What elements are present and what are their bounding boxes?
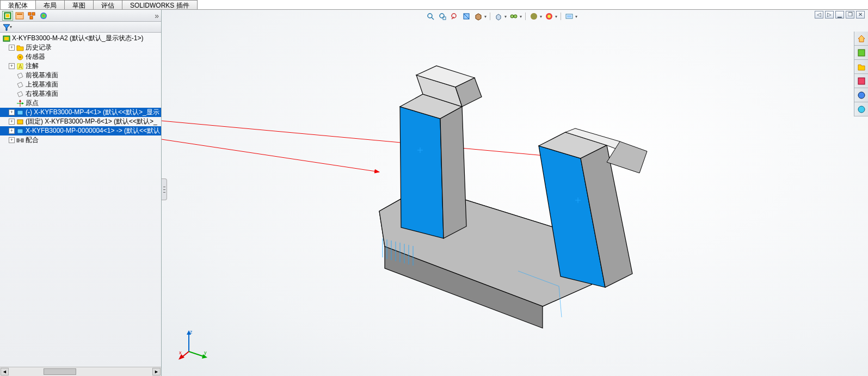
taskpane-appearances-icon[interactable] bbox=[854, 88, 868, 102]
svg-rect-5 bbox=[28, 13, 31, 15]
panel-tab-config-icon[interactable] bbox=[26, 11, 37, 21]
view-orientation-icon[interactable] bbox=[494, 11, 503, 21]
tree-origin[interactable]: 原点 bbox=[0, 98, 161, 108]
sensor-icon bbox=[16, 53, 24, 61]
dropdown-icon[interactable]: ▾ bbox=[484, 14, 487, 19]
taskpane-view-palette-icon[interactable] bbox=[854, 74, 868, 88]
tree-part-3[interactable]: + X-KYFB3000-MP-0000004<1> -> (默认<<默认 bbox=[0, 126, 161, 135]
expand-icon[interactable]: + bbox=[9, 109, 15, 115]
tab-sw-addins[interactable]: SOLIDWORKS 插件 bbox=[122, 0, 198, 9]
dropdown-icon[interactable]: ▾ bbox=[520, 14, 522, 19]
expand-icon[interactable]: + bbox=[9, 119, 15, 125]
panel-tab-appearance-icon[interactable] bbox=[38, 11, 49, 21]
tree-plane-top[interactable]: 上视基准面 bbox=[0, 80, 161, 89]
svg-point-38 bbox=[510, 15, 514, 18]
hide-show-icon[interactable] bbox=[509, 11, 519, 21]
tab-sketch[interactable]: 草图 bbox=[64, 0, 94, 9]
zoom-area-icon[interactable] bbox=[438, 11, 447, 21]
panel-tab-feature-tree-icon[interactable] bbox=[2, 11, 13, 21]
win-close-icon[interactable]: ✕ bbox=[856, 11, 865, 19]
expand-icon[interactable]: + bbox=[9, 45, 15, 51]
svg-rect-2 bbox=[6, 14, 9, 17]
taskpane-custom-props-icon[interactable] bbox=[854, 102, 868, 116]
tree-label: (固定) X-KYFB3000-MP-6<1> (默认<<默认>_ bbox=[26, 117, 157, 126]
axis-y-label: y bbox=[204, 350, 207, 355]
tree-part-1[interactable]: + (-) X-KYFB3000-MP-4<1> (默认<<默认>_显示 bbox=[0, 108, 161, 117]
scroll-left-icon[interactable]: ◄ bbox=[1, 368, 9, 375]
apply-scene-icon[interactable] bbox=[544, 11, 554, 21]
scroll-right-icon[interactable]: ► bbox=[152, 368, 161, 375]
tree-part-2[interactable]: + (固定) X-KYFB3000-MP-6<1> (默认<<默认>_ bbox=[0, 117, 161, 126]
tree-horizontal-scrollbar[interactable]: ◄ ► bbox=[0, 367, 161, 376]
svg-rect-7 bbox=[30, 16, 33, 19]
win-detach-icon[interactable]: ▷ bbox=[825, 11, 834, 19]
svg-text:A: A bbox=[19, 64, 22, 70]
expand-icon[interactable]: + bbox=[9, 128, 15, 134]
edit-appearance-icon[interactable] bbox=[529, 11, 539, 21]
svg-marker-21 bbox=[19, 100, 21, 102]
tree-plane-right[interactable]: 右视基准面 bbox=[0, 89, 161, 98]
tree-root-label: X-KYFB3000-M-A2 (默认<默认_显示状态-1>) bbox=[12, 34, 143, 43]
prev-view-icon[interactable] bbox=[450, 11, 459, 21]
part-icon bbox=[16, 118, 24, 126]
tree-mates[interactable]: + 配合 bbox=[0, 135, 161, 145]
taskpane-resources-icon[interactable] bbox=[854, 46, 868, 60]
dropdown-icon[interactable]: ▾ bbox=[555, 14, 557, 19]
tree-label: 上视基准面 bbox=[26, 80, 58, 89]
feature-tree: X-KYFB3000-M-A2 (默认<默认_显示状态-1>) + 历史记录 传… bbox=[0, 33, 161, 367]
expand-icon[interactable]: + bbox=[9, 137, 15, 143]
axis-x-label: x bbox=[179, 350, 182, 355]
svg-rect-26 bbox=[17, 139, 19, 142]
zoom-fit-icon[interactable] bbox=[426, 11, 435, 21]
svg-rect-23 bbox=[17, 110, 23, 115]
svg-point-8 bbox=[40, 13, 47, 19]
tree-annotations[interactable]: + A 注解 bbox=[0, 61, 161, 71]
svg-rect-25 bbox=[17, 129, 23, 133]
filter-dropdown-icon[interactable]: ▾ bbox=[10, 24, 12, 29]
svg-line-53 bbox=[162, 139, 379, 172]
expand-icon[interactable]: + bbox=[9, 63, 15, 69]
win-minimize-icon[interactable]: ▁ bbox=[835, 11, 844, 19]
dropdown-icon[interactable]: ▾ bbox=[540, 14, 542, 19]
tree-label: 原点 bbox=[26, 98, 39, 108]
tree-plane-front[interactable]: 前视基准面 bbox=[0, 71, 161, 80]
svg-marker-46 bbox=[858, 35, 865, 42]
panel-collapse-chevron-icon[interactable]: » bbox=[155, 11, 159, 20]
graphics-viewport[interactable]: ▾ ▾ ▾ ▾ ▾ ▾ ◁ ▷ ▁ ❐ ✕ bbox=[162, 10, 868, 376]
tree-root[interactable]: X-KYFB3000-M-A2 (默认<默认_显示状态-1>) bbox=[0, 34, 161, 43]
win-expand-icon[interactable]: ◁ bbox=[815, 11, 823, 19]
svg-rect-47 bbox=[858, 50, 865, 56]
dropdown-icon[interactable]: ▾ bbox=[504, 14, 507, 19]
win-restore-icon[interactable]: ❐ bbox=[846, 11, 854, 19]
section-view-icon[interactable] bbox=[461, 11, 471, 21]
taskpane-home-icon[interactable] bbox=[854, 32, 868, 46]
tree-label: 前视基准面 bbox=[26, 71, 58, 80]
panel-splitter-handle[interactable] bbox=[162, 178, 167, 200]
panel-tab-property-icon[interactable] bbox=[14, 11, 25, 21]
svg-point-31 bbox=[440, 14, 444, 18]
tree-label: 注解 bbox=[26, 61, 39, 71]
folder-icon bbox=[16, 44, 24, 52]
tab-layout[interactable]: 布局 bbox=[35, 0, 65, 9]
svg-point-41 bbox=[531, 13, 537, 20]
tab-assembly[interactable]: 装配体 bbox=[0, 0, 36, 9]
plane-icon bbox=[16, 90, 24, 98]
view-settings-icon[interactable] bbox=[564, 11, 574, 21]
tree-sensors[interactable]: 传感器 bbox=[0, 52, 161, 61]
taskpane-library-icon[interactable] bbox=[854, 60, 868, 74]
plane-icon bbox=[16, 71, 24, 80]
scroll-thumb[interactable] bbox=[44, 368, 76, 375]
svg-marker-59 bbox=[440, 107, 466, 238]
svg-point-49 bbox=[858, 92, 865, 98]
panel-tabs: » bbox=[0, 10, 161, 22]
svg-rect-4 bbox=[17, 14, 22, 15]
display-style-icon[interactable] bbox=[473, 11, 483, 21]
feature-manager-panel: » ▾ X-KYFB3000-M-A2 (默认<默认_显示状态-1>) + 历史… bbox=[0, 10, 162, 376]
svg-point-29 bbox=[428, 14, 432, 18]
orientation-triad[interactable]: z y x bbox=[178, 327, 211, 360]
tree-history[interactable]: + 历史记录 bbox=[0, 43, 161, 52]
tab-evaluate[interactable]: 评估 bbox=[93, 0, 122, 9]
plane-icon bbox=[16, 81, 24, 89]
svg-marker-16 bbox=[17, 73, 23, 78]
dropdown-icon[interactable]: ▾ bbox=[575, 14, 577, 19]
